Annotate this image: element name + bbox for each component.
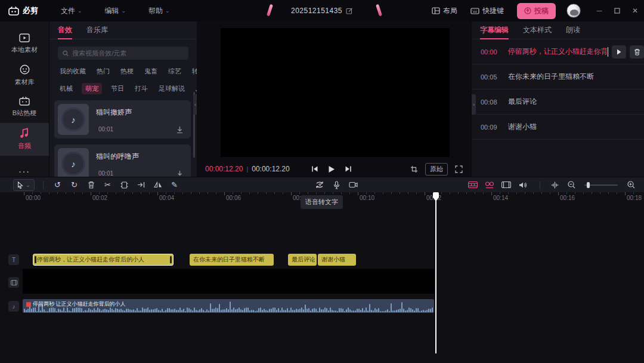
library-icon [20, 64, 30, 75]
video-canvas[interactable] [221, 28, 450, 157]
shortcuts-button[interactable]: 快捷键 [470, 6, 504, 16]
mirror-button[interactable] [150, 177, 166, 193]
category-chip[interactable]: 打斗 [133, 83, 150, 94]
category-chip[interactable]: 我的收藏 [58, 66, 88, 77]
search-input[interactable] [72, 50, 184, 57]
text-cursor [608, 47, 608, 57]
category-chip[interactable]: 热门 [95, 66, 112, 77]
subtitle-row[interactable]: 00:05 在你未来的日子里猫粮不断 [472, 64, 644, 90]
tab-text-style[interactable]: 文本样式 [523, 21, 552, 39]
sidebar-item-bilibili-memes[interactable]: B站热梗 [0, 92, 49, 123]
select-tool-button[interactable]: ⌄ [13, 179, 35, 191]
trim-handle[interactable] [35, 256, 36, 263]
audio-title: 猫叫的呼噜声 [96, 152, 139, 162]
video-clip[interactable] [23, 269, 434, 294]
playhead-line[interactable] [435, 192, 436, 353]
category-chip[interactable]: 鬼畜 [143, 66, 159, 77]
play-subtitle-button[interactable] [612, 45, 626, 59]
close-button[interactable]: ✕ [626, 0, 644, 21]
playback-bar: 00:00:12.20 | 00:00:12.20 原始 [197, 161, 471, 177]
subtitle-clip[interactable]: 最后评论 [288, 254, 317, 266]
materials-panel: 音效 音乐库 我的收藏热门热梗鬼畜综艺转场动漫 机械萌宠节日打斗足球解说JOJO… [49, 21, 197, 177]
publish-button[interactable]: 投稿 [517, 3, 556, 19]
subtitle-rows: 00:00 停留两秒，让正义小猫赶走你背后的小 00:05 在你未来的日子里猫粮… [472, 39, 644, 140]
sidebar-item-local-media[interactable]: 本地素材 [0, 29, 49, 60]
snap-toggle[interactable] [546, 177, 563, 193]
undo-button[interactable]: ↺ [49, 177, 66, 193]
tab-music-library[interactable]: 音乐库 [86, 21, 108, 39]
cover-track-toggle[interactable] [465, 177, 481, 193]
avatar[interactable] [566, 4, 581, 18]
project-title: 202512151435 [291, 7, 342, 15]
menu-file[interactable]: 文件⌄ [61, 6, 82, 16]
tab-sound-effects[interactable]: 音效 [58, 21, 72, 39]
filmstrip-icon-pink [468, 182, 478, 188]
subtitle-row[interactable]: 00:09 谢谢小猫 [472, 115, 644, 140]
maximize-button[interactable] [608, 0, 626, 21]
tab-read-aloud[interactable]: 朗读 [566, 21, 580, 39]
zoom-out-button[interactable] [563, 177, 580, 193]
upload-icon [524, 7, 531, 14]
tab-subtitle-edit[interactable]: 字幕编辑 [480, 21, 509, 39]
fullscreen-icon[interactable] [455, 165, 463, 173]
menu-edit[interactable]: 编辑⌄ [105, 6, 126, 16]
trim-handle[interactable] [170, 256, 172, 263]
audio-item-card[interactable]: ♪猫叫撒娇声00:01 [54, 100, 191, 139]
split-button[interactable]: ✂ [100, 177, 116, 193]
microphone-icon [333, 181, 340, 189]
crop-ratio-icon[interactable] [410, 165, 418, 173]
decor-slash-left [267, 4, 273, 17]
sidebar-more-button[interactable]: ... [18, 164, 30, 175]
edit-title-icon[interactable] [346, 7, 353, 14]
screen-record-button[interactable] [345, 177, 361, 193]
subtitle-row[interactable]: 00:08 最后评论 [472, 90, 644, 115]
next-frame-button[interactable] [345, 165, 352, 173]
audio-clip[interactable]: 停留两秒 让正义小猫赶走你背后的小人 [23, 299, 434, 313]
speaker-icon [519, 182, 527, 189]
marker-pen-button[interactable]: ✎ [166, 177, 183, 193]
record-track-toggle[interactable] [481, 177, 498, 193]
subtitle-clip[interactable]: 谢谢小猫 [318, 254, 356, 266]
video-track-toggle[interactable] [498, 177, 515, 193]
search-box[interactable] [58, 47, 188, 60]
minimize-button[interactable]: ─ [590, 0, 608, 21]
speech-to-text-button[interactable]: 文 [311, 177, 328, 193]
audio-track-header[interactable]: ♪ [8, 301, 19, 312]
svg-text:文: 文 [318, 183, 323, 187]
collapse-panel-icon[interactable]: › [472, 94, 476, 115]
materials-tabs: 音效 音乐库 [49, 21, 197, 39]
freeze-frame-button[interactable] [133, 177, 150, 193]
audio-mute-toggle[interactable] [515, 177, 531, 193]
zoom-in-button[interactable] [623, 177, 639, 193]
delete-subtitle-button[interactable] [630, 45, 644, 59]
slider-handle[interactable] [587, 182, 590, 188]
sidebar-item-audio[interactable]: 音频 [0, 123, 49, 156]
subtitle-clip[interactable]: 在你未来的日子里猫粮不断 [190, 254, 274, 266]
subtitle-clip[interactable]: 停留两秒，让正义小猫赶走你背后的小人 [33, 254, 174, 266]
tv-meme-icon [19, 97, 30, 106]
menu-help[interactable]: 帮助⌄ [148, 6, 170, 16]
record-voice-button[interactable] [328, 177, 345, 193]
layout-button[interactable]: 布局 [432, 6, 457, 16]
category-chip[interactable]: 热梗 [119, 66, 135, 77]
category-chip[interactable]: 综艺 [166, 66, 183, 77]
video-track-header[interactable] [8, 277, 19, 288]
sidebar-item-library[interactable]: 素材库 [0, 60, 49, 92]
category-chip[interactable]: 萌宠 [82, 83, 102, 94]
category-chip[interactable]: 足球解说 [157, 83, 187, 94]
category-chip[interactable]: 节日 [109, 83, 126, 94]
original-size-button[interactable]: 原始 [425, 163, 448, 176]
delete-button[interactable] [83, 177, 100, 193]
subtitle-row[interactable]: 00:00 停留两秒，让正义小猫赶走你背后的小 [472, 39, 644, 64]
redo-button[interactable]: ↻ [66, 177, 83, 193]
music-note-icon [20, 128, 29, 139]
crop-button[interactable] [116, 177, 133, 193]
previous-frame-button[interactable] [311, 165, 318, 173]
timeline: 00:0000:0200:0400:0600:0800:1000:1200:14… [0, 192, 644, 363]
audio-list: ♪猫叫撒娇声00:01♪猫叫的呼噜声00:01 [49, 100, 197, 183]
category-chip[interactable]: 机械 [58, 83, 75, 94]
text-track-header[interactable]: T [8, 254, 19, 265]
download-icon[interactable] [176, 126, 184, 134]
timeline-zoom-slider[interactable] [584, 184, 618, 186]
play-button[interactable] [328, 165, 335, 173]
